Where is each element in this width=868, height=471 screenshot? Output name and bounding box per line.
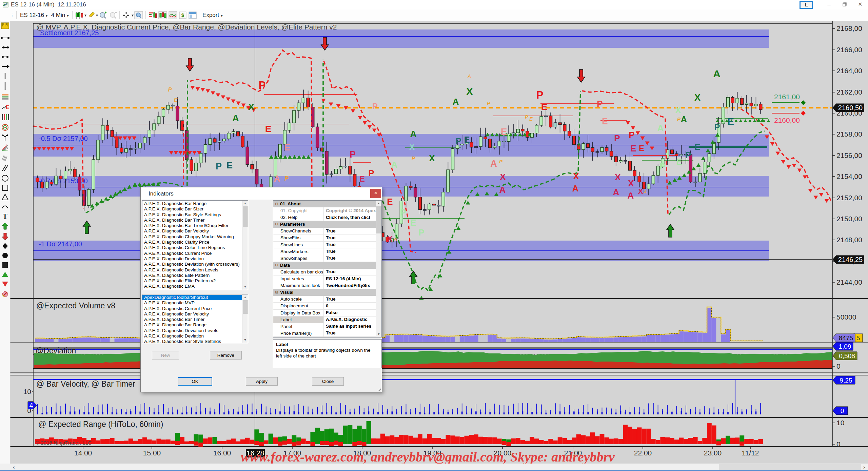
svg-text:0,508: 0,508 bbox=[839, 352, 855, 360]
svg-text:0: 0 bbox=[836, 362, 841, 370]
svg-text:2162,00: 2162,00 bbox=[836, 88, 862, 96]
svg-text:A: A bbox=[572, 183, 579, 193]
svg-text:2164,00: 2164,00 bbox=[836, 67, 862, 75]
svg-text:A: A bbox=[613, 187, 619, 197]
svg-text:A: A bbox=[499, 185, 506, 195]
svg-text:E: E bbox=[6, 104, 9, 110]
svg-text:4: 4 bbox=[29, 402, 33, 409]
svg-text:X: X bbox=[387, 234, 393, 243]
svg-text:50000: 50000 bbox=[836, 313, 856, 321]
svg-text:P: P bbox=[418, 227, 424, 238]
svg-text:X: X bbox=[638, 187, 643, 196]
svg-text:A: A bbox=[467, 74, 471, 79]
svg-text:A: A bbox=[232, 113, 239, 123]
svg-text:23:00: 23:00 bbox=[704, 449, 722, 457]
svg-text:0: 0 bbox=[841, 407, 844, 414]
svg-text:E: E bbox=[639, 144, 644, 153]
svg-text:X: X bbox=[248, 102, 255, 112]
svg-text:A: A bbox=[643, 189, 647, 194]
svg-text:X: X bbox=[500, 172, 506, 182]
svg-text:A: A bbox=[713, 68, 721, 79]
svg-text:2146,25: 2146,25 bbox=[838, 256, 863, 263]
svg-text:P: P bbox=[259, 79, 266, 91]
svg-text:A: A bbox=[490, 159, 497, 169]
svg-text:T: T bbox=[3, 212, 7, 220]
svg-text:E: E bbox=[727, 116, 734, 127]
svg-text:P: P bbox=[714, 122, 720, 132]
svg-text:E: E bbox=[284, 142, 291, 152]
svg-text:8475: 8475 bbox=[839, 334, 853, 342]
svg-text:@ Expected Range (HiToLo, 60mi: @ Expected Range (HiToLo, 60min) bbox=[38, 420, 163, 429]
svg-text:X: X bbox=[409, 142, 415, 151]
svg-text:P: P bbox=[597, 99, 603, 109]
svg-text:E: E bbox=[694, 142, 700, 152]
svg-text:0: 0 bbox=[836, 440, 841, 448]
svg-text:E: E bbox=[174, 97, 178, 103]
svg-text:© 2016 NinjaTrader, LLC: © 2016 NinjaTrader, LLC bbox=[36, 440, 92, 446]
svg-text:@Expected Volume v8: @Expected Volume v8 bbox=[36, 301, 115, 310]
svg-text:E: E bbox=[676, 157, 682, 167]
svg-text:›: › bbox=[863, 464, 865, 470]
svg-text:X: X bbox=[466, 86, 473, 97]
svg-text:2150,00: 2150,00 bbox=[836, 215, 862, 223]
svg-text:14:00: 14:00 bbox=[74, 449, 92, 457]
svg-text:P: P bbox=[685, 150, 691, 160]
svg-text:10: 10 bbox=[23, 388, 31, 395]
svg-text:@ Bar Velocity, @ Bar Timer: @ Bar Velocity, @ Bar Timer bbox=[36, 380, 135, 388]
svg-text:2144,00: 2144,00 bbox=[836, 278, 862, 286]
svg-text:‹: ‹ bbox=[13, 464, 15, 470]
svg-text:9,25: 9,25 bbox=[840, 377, 852, 384]
svg-text:2160,00: 2160,00 bbox=[774, 116, 800, 124]
svg-text:P: P bbox=[525, 114, 528, 120]
svg-text:P: P bbox=[536, 89, 544, 101]
svg-text:A: A bbox=[391, 160, 398, 170]
svg-text:P: P bbox=[614, 133, 620, 143]
svg-text:E: E bbox=[529, 116, 533, 122]
svg-text:$: $ bbox=[181, 12, 184, 18]
svg-text:P: P bbox=[499, 159, 503, 164]
svg-text:11/12: 11/12 bbox=[742, 449, 759, 457]
svg-text:A: A bbox=[681, 114, 687, 124]
svg-text:E: E bbox=[226, 160, 233, 170]
svg-text:P: P bbox=[284, 175, 289, 182]
svg-text:X: X bbox=[628, 178, 634, 188]
svg-text:P: P bbox=[368, 168, 374, 178]
svg-text:A: A bbox=[452, 97, 459, 107]
svg-text:X: X bbox=[429, 153, 435, 163]
svg-text:A: A bbox=[393, 237, 397, 242]
svg-text:2158,00: 2158,00 bbox=[836, 130, 862, 138]
svg-text:X: X bbox=[675, 105, 681, 115]
svg-text:1,09: 1,09 bbox=[839, 343, 851, 350]
svg-text:P: P bbox=[487, 100, 491, 106]
svg-text:X: X bbox=[694, 93, 701, 103]
svg-text:A: A bbox=[274, 174, 280, 184]
svg-text:P: P bbox=[216, 161, 222, 171]
svg-text:X: X bbox=[573, 171, 579, 181]
svg-text:X: X bbox=[615, 172, 621, 182]
svg-text:2154,00: 2154,00 bbox=[836, 172, 862, 180]
svg-text:2152,00: 2152,00 bbox=[836, 194, 862, 202]
svg-text:P: P bbox=[412, 155, 415, 161]
svg-text:15:00: 15:00 bbox=[143, 449, 161, 457]
svg-text:2160,50: 2160,50 bbox=[838, 104, 863, 111]
svg-text:E: E bbox=[265, 124, 272, 134]
svg-text:E: E bbox=[464, 135, 470, 144]
svg-text:-0.5 Dσ 2157,00: -0.5 Dσ 2157,00 bbox=[39, 135, 88, 142]
svg-text:5: 5 bbox=[856, 334, 860, 342]
svg-text:P: P bbox=[629, 130, 634, 140]
svg-text:P: P bbox=[677, 116, 681, 122]
svg-text:@ MVP, A.P.E.X. Diagnostic Cur: @ MVP, A.P.E.X. Diagnostic Current Price… bbox=[36, 23, 337, 31]
svg-text:E: E bbox=[602, 116, 608, 126]
svg-text:22:00: 22:00 bbox=[634, 449, 652, 457]
svg-text:10: 10 bbox=[836, 419, 844, 427]
svg-text:2148,00: 2148,00 bbox=[836, 236, 862, 244]
svg-text:P: P bbox=[456, 136, 461, 146]
svg-text:2168,00: 2168,00 bbox=[836, 24, 862, 32]
svg-text:2156,00: 2156,00 bbox=[836, 151, 862, 159]
svg-text:A: A bbox=[657, 123, 664, 133]
svg-text:E: E bbox=[541, 102, 548, 112]
svg-text:E: E bbox=[410, 218, 416, 228]
svg-text:E: E bbox=[359, 174, 365, 183]
svg-text:E: E bbox=[630, 143, 636, 153]
svg-text:-1 Dσ 2147,00: -1 Dσ 2147,00 bbox=[39, 240, 82, 248]
